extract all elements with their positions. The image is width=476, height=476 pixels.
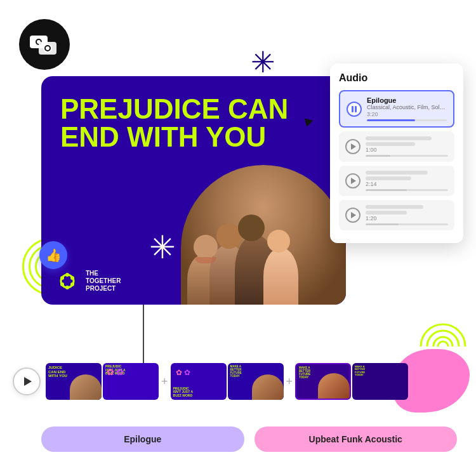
- audio-label-upbeat-text: Upbeat Funk Acoustic: [309, 434, 402, 444]
- blue-asterisk-decoration: ✳: [251, 48, 275, 77]
- play-button-4[interactable]: [345, 208, 360, 223]
- svg-point-5: [46, 46, 50, 50]
- svg-point-7: [65, 273, 69, 277]
- filmstrip-group: JUDICECAN ENDWITH YOU PREJUDICISN'T JUST…: [46, 363, 463, 400]
- pause-button[interactable]: [347, 102, 362, 117]
- filmstrip-flowers-2: ✿ ✿: [176, 368, 190, 377]
- white-star-decoration: ✳: [149, 232, 176, 263]
- svg-point-12: [60, 276, 64, 280]
- filmstrip-item-1[interactable]: JUDICECAN ENDWITH YOU: [46, 363, 102, 400]
- audio-labels: Epilogue Upbeat Funk Acoustic: [41, 426, 457, 452]
- svg-point-11: [60, 282, 64, 286]
- svg-point-9: [70, 282, 74, 286]
- filmstrip-pair-3: MAKE ABETTERFUTURETODAY MAKE ABETTERFUTU…: [295, 363, 408, 400]
- play-button-2[interactable]: [345, 139, 360, 154]
- plus-icon-1: +: [161, 375, 168, 388]
- filmstrip-text-3: PREJUDICISN'T JUST ABUZZ WORD: [173, 387, 194, 398]
- timeline-play-button[interactable]: [13, 367, 41, 395]
- audio-label-epilogue[interactable]: Epilogue: [41, 426, 244, 452]
- filmstrip-item-6[interactable]: MAKE ABETTERFUTURETODAY: [352, 363, 408, 400]
- filmstrip-item-5[interactable]: MAKE ABETTERFUTURETODAY: [295, 363, 351, 400]
- audio-active-progress: [367, 119, 447, 121]
- audio-duration-4: 1:20: [366, 215, 448, 221]
- like-button[interactable]: 👍: [39, 241, 67, 269]
- filmstrip-photo-3: [318, 373, 350, 399]
- filmstrip-text-5: MAKE ABETTERFUTURETODAY: [299, 367, 310, 380]
- people-photo: [181, 165, 346, 305]
- logo-text: THE TOGETHER PROJECT: [86, 270, 121, 293]
- app-icon[interactable]: [19, 19, 70, 70]
- play-triangle-icon: [24, 377, 32, 386]
- audio-active-tags: Classical, Acoustic, Film, Solo...: [367, 104, 447, 110]
- audio-item-active[interactable]: Epilogue Classical, Acoustic, Film, Solo…: [339, 90, 454, 128]
- audio-label-epilogue-text: Epilogue: [124, 434, 161, 444]
- play-button-3[interactable]: [345, 173, 360, 188]
- filmstrip-item-4[interactable]: MAKE ABETTERFUTURETODAY: [228, 363, 284, 400]
- filmstrip-text-4: MAKE ABETTERFUTURETODAY: [230, 366, 242, 378]
- filmstrip-photo-1: [70, 374, 102, 400]
- scene: ✳ PREJUDICE CAN END WITH YOU: [0, 0, 476, 476]
- audio-panel: Audio Epilogue Classical, Acoustic, Film…: [330, 63, 463, 243]
- video-card: PREJUDICE CAN END WITH YOU: [41, 76, 346, 305]
- audio-item-4[interactable]: 1:20: [339, 200, 454, 230]
- audio-info-2: 1:00: [366, 136, 448, 157]
- audio-label-upbeat[interactable]: Upbeat Funk Acoustic: [255, 426, 458, 452]
- audio-active-name: Epilogue: [367, 96, 447, 104]
- filmstrip-text-6: MAKE ABETTERFUTURETODAY: [355, 366, 365, 377]
- audio-item-2[interactable]: 1:00: [339, 131, 454, 162]
- video-card-photo: [181, 165, 346, 305]
- audio-active-info: Epilogue Classical, Acoustic, Film, Solo…: [367, 96, 447, 121]
- audio-panel-title: Audio: [339, 72, 454, 84]
- filmstrip-pair-1: JUDICECAN ENDWITH YOU PREJUDICISN'T JUST…: [46, 363, 159, 400]
- audio-item-3[interactable]: 2:14: [339, 166, 454, 196]
- audio-active-duration: 3:20: [367, 111, 447, 117]
- audio-info-3: 2:14: [366, 171, 448, 191]
- plus-icon-2: +: [286, 375, 293, 388]
- filmstrip-item-3[interactable]: ✿ ✿ PREJUDICISN'T JUST ABUZZ WORD: [171, 363, 227, 400]
- vertical-line: [143, 305, 144, 368]
- filmstrip-item-2[interactable]: PREJUDICISN'T JUST ABUZZ WORD ✿ ✿: [103, 363, 159, 400]
- svg-point-8: [70, 276, 74, 280]
- filmstrip-text-1: JUDICECAN ENDWITH YOU: [48, 366, 67, 378]
- timeline: JUDICECAN ENDWITH YOU PREJUDICISN'T JUST…: [13, 363, 463, 400]
- together-logo: THE TOGETHER PROJECT: [55, 269, 121, 293]
- filmstrip-flowers-1: ✿ ✿: [107, 367, 124, 377]
- audio-duration-3: 2:14: [366, 181, 448, 187]
- filmstrip-pair-2: ✿ ✿ PREJUDICISN'T JUST ABUZZ WORD MAKE A…: [171, 363, 284, 400]
- filmstrip-photo-2: [252, 374, 284, 400]
- progress-fill: [367, 119, 415, 121]
- svg-point-10: [65, 286, 69, 289]
- audio-info-4: 1:20: [366, 205, 448, 225]
- audio-duration-2: 1:00: [366, 147, 448, 153]
